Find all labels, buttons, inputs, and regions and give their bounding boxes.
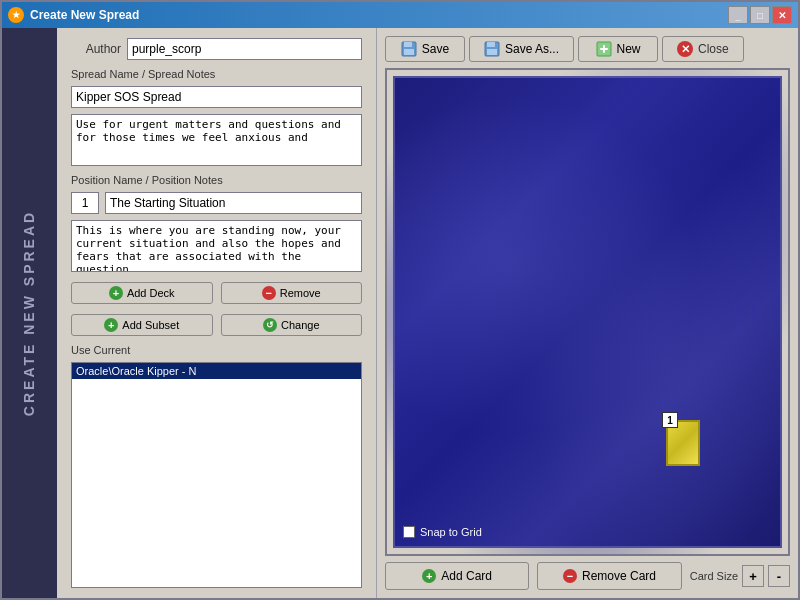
- maximize-button[interactable]: □: [750, 6, 770, 24]
- card-size-minus-button[interactable]: -: [768, 565, 790, 587]
- position-row: 1: [71, 192, 362, 214]
- change-label: Change: [281, 319, 320, 331]
- minimize-button[interactable]: _: [728, 6, 748, 24]
- position-notes-textarea[interactable]: [71, 220, 362, 272]
- save-as-icon: [484, 41, 500, 57]
- author-label: Author: [71, 42, 121, 56]
- remove-card-button[interactable]: − Remove Card: [537, 562, 681, 590]
- title-bar: ★ Create New Spread _ □ ✕: [2, 2, 798, 28]
- close-button[interactable]: ✕ Close: [662, 36, 744, 62]
- svg-rect-1: [404, 42, 412, 47]
- canvas-inner: 1 Snap to Grid: [393, 76, 782, 548]
- close-label: Close: [698, 42, 729, 56]
- remove-card-icon: −: [563, 569, 577, 583]
- add-deck-button[interactable]: + Add Deck: [71, 282, 213, 304]
- save-button[interactable]: Save: [385, 36, 465, 62]
- close-icon: ✕: [677, 41, 693, 57]
- add-card-button[interactable]: + Add Card: [385, 562, 529, 590]
- add-deck-label: Add Deck: [127, 287, 175, 299]
- add-subset-button[interactable]: + Add Subset: [71, 314, 213, 336]
- add-card-icon: +: [422, 569, 436, 583]
- add-card-label: Add Card: [441, 569, 492, 583]
- svg-rect-4: [487, 42, 495, 47]
- deck-list[interactable]: Oracle\Oracle Kipper - N: [71, 362, 362, 588]
- spread-notes-textarea[interactable]: [71, 114, 362, 166]
- remove-button[interactable]: − Remove: [221, 282, 363, 304]
- card-number-badge: 1: [662, 412, 678, 428]
- add-subset-label: Add Subset: [122, 319, 179, 331]
- spread-name-input[interactable]: [71, 86, 362, 108]
- sidebar-label: Create New Spread: [22, 210, 38, 416]
- remove-label: Remove: [280, 287, 321, 299]
- save-as-label: Save As...: [505, 42, 559, 56]
- position-name-input[interactable]: [105, 192, 362, 214]
- new-label: New: [617, 42, 641, 56]
- sidebar: Create New Spread: [2, 28, 57, 598]
- canvas-card[interactable]: 1: [666, 420, 700, 466]
- remove-icon: −: [262, 286, 276, 300]
- snap-to-grid-checkbox[interactable]: [403, 526, 415, 538]
- card-size-label: Card Size: [690, 570, 738, 582]
- save-icon: [401, 41, 417, 57]
- deck-list-label: Use Current: [71, 344, 362, 356]
- svg-rect-2: [404, 49, 414, 55]
- main-window: ★ Create New Spread _ □ ✕ Create New Spr…: [0, 0, 800, 600]
- right-panel: Save Save As... New: [377, 28, 798, 598]
- author-row: Author: [71, 38, 362, 60]
- remove-card-label: Remove Card: [582, 569, 656, 583]
- position-section-label: Position Name / Position Notes: [71, 174, 362, 186]
- deck-button-row-2: + Add Subset ↺ Change: [71, 314, 362, 336]
- card-size-group: Card Size + -: [690, 565, 790, 587]
- add-deck-icon: +: [109, 286, 123, 300]
- canvas-area[interactable]: 1 Snap to Grid: [385, 68, 790, 556]
- position-number: 1: [71, 192, 99, 214]
- change-button[interactable]: ↺ Change: [221, 314, 363, 336]
- change-icon: ↺: [263, 318, 277, 332]
- close-window-button[interactable]: ✕: [772, 6, 792, 24]
- new-button[interactable]: New: [578, 36, 658, 62]
- spread-section-label: Spread Name / Spread Notes: [71, 68, 362, 80]
- new-icon: [596, 41, 612, 57]
- snap-to-grid-label: Snap to Grid: [420, 526, 482, 538]
- toolbar: Save Save As... New: [385, 36, 790, 62]
- bottom-bar: + Add Card − Remove Card Card Size + -: [385, 562, 790, 590]
- deck-list-item[interactable]: Oracle\Oracle Kipper - N: [72, 363, 361, 379]
- svg-rect-5: [487, 49, 497, 55]
- save-as-button[interactable]: Save As...: [469, 36, 574, 62]
- card-size-plus-button[interactable]: +: [742, 565, 764, 587]
- author-input[interactable]: [127, 38, 362, 60]
- main-area: Create New Spread Author Spread Name / S…: [2, 28, 798, 598]
- add-subset-icon: +: [104, 318, 118, 332]
- title-controls: _ □ ✕: [728, 6, 792, 24]
- left-panel: Author Spread Name / Spread Notes Positi…: [57, 28, 377, 598]
- window-icon: ★: [8, 7, 24, 23]
- deck-button-row-1: + Add Deck − Remove: [71, 282, 362, 304]
- window-title: Create New Spread: [30, 8, 728, 22]
- save-label: Save: [422, 42, 449, 56]
- snap-to-grid-row: Snap to Grid: [403, 526, 482, 538]
